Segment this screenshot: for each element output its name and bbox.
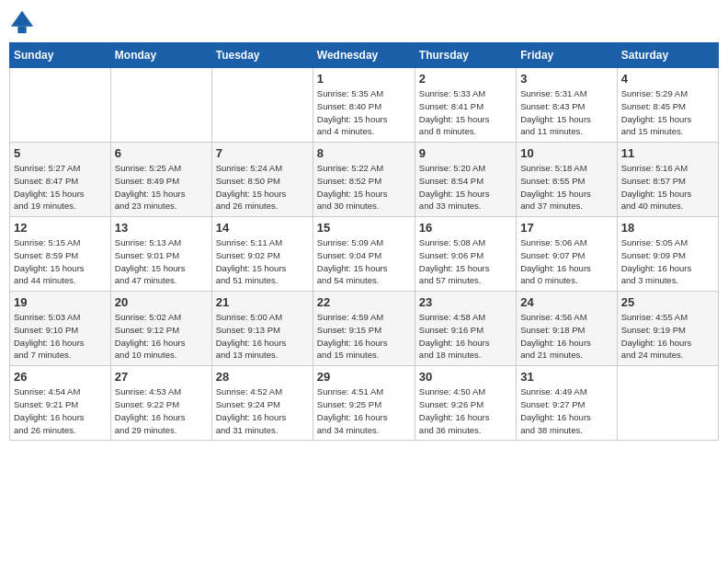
day-info: Sunrise: 5:16 AM Sunset: 8:57 PM Dayligh… xyxy=(621,162,714,213)
day-number: 6 xyxy=(115,146,208,160)
day-number: 3 xyxy=(520,72,612,86)
column-header-wednesday: Wednesday xyxy=(313,43,415,68)
day-info: Sunrise: 5:13 AM Sunset: 9:01 PM Dayligh… xyxy=(115,236,208,287)
day-info: Sunrise: 5:22 AM Sunset: 8:52 PM Dayligh… xyxy=(317,162,411,213)
calendar-cell: 24Sunrise: 4:56 AM Sunset: 9:18 PM Dayli… xyxy=(517,292,617,366)
calendar-cell: 23Sunrise: 4:58 AM Sunset: 9:16 PM Dayli… xyxy=(415,292,516,366)
calendar-cell: 31Sunrise: 4:49 AM Sunset: 9:27 PM Dayli… xyxy=(517,366,617,441)
calendar-cell: 18Sunrise: 5:05 AM Sunset: 9:09 PM Dayli… xyxy=(617,217,718,292)
day-number: 24 xyxy=(520,295,612,309)
calendar-cell: 28Sunrise: 4:52 AM Sunset: 9:24 PM Dayli… xyxy=(211,366,313,441)
day-info: Sunrise: 5:31 AM Sunset: 8:43 PM Dayligh… xyxy=(520,87,612,138)
day-info: Sunrise: 5:03 AM Sunset: 9:10 PM Dayligh… xyxy=(14,311,107,362)
calendar-cell xyxy=(10,68,111,143)
day-number: 12 xyxy=(14,221,107,235)
day-info: Sunrise: 5:18 AM Sunset: 8:55 PM Dayligh… xyxy=(520,162,612,213)
day-number: 17 xyxy=(520,221,612,235)
day-info: Sunrise: 4:51 AM Sunset: 9:25 PM Dayligh… xyxy=(317,385,411,436)
day-info: Sunrise: 5:29 AM Sunset: 8:45 PM Dayligh… xyxy=(621,87,714,138)
calendar-cell: 26Sunrise: 4:54 AM Sunset: 9:21 PM Dayli… xyxy=(10,366,111,441)
day-info: Sunrise: 5:20 AM Sunset: 8:54 PM Dayligh… xyxy=(419,162,512,213)
day-number: 7 xyxy=(216,146,309,160)
day-number: 23 xyxy=(419,295,512,309)
calendar-cell: 2Sunrise: 5:33 AM Sunset: 8:41 PM Daylig… xyxy=(415,68,516,143)
day-info: Sunrise: 5:24 AM Sunset: 8:50 PM Dayligh… xyxy=(216,162,309,213)
calendar-cell: 15Sunrise: 5:09 AM Sunset: 9:04 PM Dayli… xyxy=(313,217,415,292)
day-number: 5 xyxy=(14,146,107,160)
day-number: 13 xyxy=(115,221,208,235)
day-info: Sunrise: 5:05 AM Sunset: 9:09 PM Dayligh… xyxy=(621,236,714,287)
day-info: Sunrise: 5:08 AM Sunset: 9:06 PM Dayligh… xyxy=(419,236,512,287)
calendar-cell xyxy=(211,68,313,143)
column-header-thursday: Thursday xyxy=(415,43,516,68)
calendar-week-2: 5Sunrise: 5:27 AM Sunset: 8:47 PM Daylig… xyxy=(10,143,719,217)
calendar-cell: 7Sunrise: 5:24 AM Sunset: 8:50 PM Daylig… xyxy=(211,143,313,217)
day-info: Sunrise: 5:06 AM Sunset: 9:07 PM Dayligh… xyxy=(520,236,612,287)
day-number: 18 xyxy=(621,221,714,235)
calendar-cell: 16Sunrise: 5:08 AM Sunset: 9:06 PM Dayli… xyxy=(415,217,516,292)
day-info: Sunrise: 5:02 AM Sunset: 9:12 PM Dayligh… xyxy=(115,311,208,362)
day-number: 31 xyxy=(520,370,612,384)
day-number: 22 xyxy=(317,295,411,309)
day-number: 16 xyxy=(419,221,512,235)
calendar-cell: 14Sunrise: 5:11 AM Sunset: 9:02 PM Dayli… xyxy=(211,217,313,292)
day-info: Sunrise: 4:50 AM Sunset: 9:26 PM Dayligh… xyxy=(419,385,512,436)
calendar-cell: 29Sunrise: 4:51 AM Sunset: 9:25 PM Dayli… xyxy=(313,366,415,441)
day-info: Sunrise: 5:25 AM Sunset: 8:49 PM Dayligh… xyxy=(115,162,208,213)
day-info: Sunrise: 5:33 AM Sunset: 8:41 PM Dayligh… xyxy=(419,87,512,138)
day-info: Sunrise: 5:15 AM Sunset: 8:59 PM Dayligh… xyxy=(14,236,107,287)
day-info: Sunrise: 4:53 AM Sunset: 9:22 PM Dayligh… xyxy=(115,385,208,436)
calendar-week-1: 1Sunrise: 5:35 AM Sunset: 8:40 PM Daylig… xyxy=(10,68,719,143)
calendar-cell: 22Sunrise: 4:59 AM Sunset: 9:15 PM Dayli… xyxy=(313,292,415,366)
calendar-cell: 5Sunrise: 5:27 AM Sunset: 8:47 PM Daylig… xyxy=(10,143,111,217)
day-info: Sunrise: 4:58 AM Sunset: 9:16 PM Dayligh… xyxy=(419,311,512,362)
logo xyxy=(9,9,39,35)
calendar-cell: 10Sunrise: 5:18 AM Sunset: 8:55 PM Dayli… xyxy=(517,143,617,217)
day-info: Sunrise: 5:27 AM Sunset: 8:47 PM Dayligh… xyxy=(14,162,107,213)
calendar-cell: 13Sunrise: 5:13 AM Sunset: 9:01 PM Dayli… xyxy=(110,217,211,292)
svg-rect-1 xyxy=(17,27,26,33)
day-number: 28 xyxy=(216,370,309,384)
day-info: Sunrise: 4:59 AM Sunset: 9:15 PM Dayligh… xyxy=(317,311,411,362)
day-number: 14 xyxy=(216,221,309,235)
calendar-cell xyxy=(110,68,211,143)
day-number: 11 xyxy=(621,146,714,160)
day-number: 4 xyxy=(621,72,714,86)
day-info: Sunrise: 4:49 AM Sunset: 9:27 PM Dayligh… xyxy=(520,385,612,436)
day-number: 19 xyxy=(14,295,107,309)
day-info: Sunrise: 4:54 AM Sunset: 9:21 PM Dayligh… xyxy=(14,385,107,436)
day-number: 20 xyxy=(115,295,208,309)
page-header xyxy=(9,9,719,35)
day-info: Sunrise: 5:09 AM Sunset: 9:04 PM Dayligh… xyxy=(317,236,411,287)
column-header-sunday: Sunday xyxy=(10,43,111,68)
calendar-cell: 9Sunrise: 5:20 AM Sunset: 8:54 PM Daylig… xyxy=(415,143,516,217)
calendar-cell: 21Sunrise: 5:00 AM Sunset: 9:13 PM Dayli… xyxy=(211,292,313,366)
day-number: 26 xyxy=(14,370,107,384)
calendar-cell: 11Sunrise: 5:16 AM Sunset: 8:57 PM Dayli… xyxy=(617,143,718,217)
calendar-week-4: 19Sunrise: 5:03 AM Sunset: 9:10 PM Dayli… xyxy=(10,292,719,366)
calendar-header-row: SundayMondayTuesdayWednesdayThursdayFrid… xyxy=(10,43,719,68)
svg-marker-0 xyxy=(11,11,33,27)
calendar-cell: 6Sunrise: 5:25 AM Sunset: 8:49 PM Daylig… xyxy=(110,143,211,217)
calendar-cell: 1Sunrise: 5:35 AM Sunset: 8:40 PM Daylig… xyxy=(313,68,415,143)
calendar-cell: 17Sunrise: 5:06 AM Sunset: 9:07 PM Dayli… xyxy=(517,217,617,292)
day-info: Sunrise: 5:11 AM Sunset: 9:02 PM Dayligh… xyxy=(216,236,309,287)
column-header-friday: Friday xyxy=(517,43,617,68)
day-number: 21 xyxy=(216,295,309,309)
calendar-cell: 4Sunrise: 5:29 AM Sunset: 8:45 PM Daylig… xyxy=(617,68,718,143)
day-info: Sunrise: 5:35 AM Sunset: 8:40 PM Dayligh… xyxy=(317,87,411,138)
calendar-cell: 25Sunrise: 4:55 AM Sunset: 9:19 PM Dayli… xyxy=(617,292,718,366)
day-number: 9 xyxy=(419,146,512,160)
day-number: 15 xyxy=(317,221,411,235)
day-info: Sunrise: 4:55 AM Sunset: 9:19 PM Dayligh… xyxy=(621,311,714,362)
calendar-cell: 19Sunrise: 5:03 AM Sunset: 9:10 PM Dayli… xyxy=(10,292,111,366)
calendar-cell: 8Sunrise: 5:22 AM Sunset: 8:52 PM Daylig… xyxy=(313,143,415,217)
day-number: 30 xyxy=(419,370,512,384)
day-info: Sunrise: 4:56 AM Sunset: 9:18 PM Dayligh… xyxy=(520,311,612,362)
day-number: 10 xyxy=(520,146,612,160)
calendar-cell: 27Sunrise: 4:53 AM Sunset: 9:22 PM Dayli… xyxy=(110,366,211,441)
day-number: 2 xyxy=(419,72,512,86)
calendar-cell: 20Sunrise: 5:02 AM Sunset: 9:12 PM Dayli… xyxy=(110,292,211,366)
day-number: 27 xyxy=(115,370,208,384)
column-header-saturday: Saturday xyxy=(617,43,718,68)
